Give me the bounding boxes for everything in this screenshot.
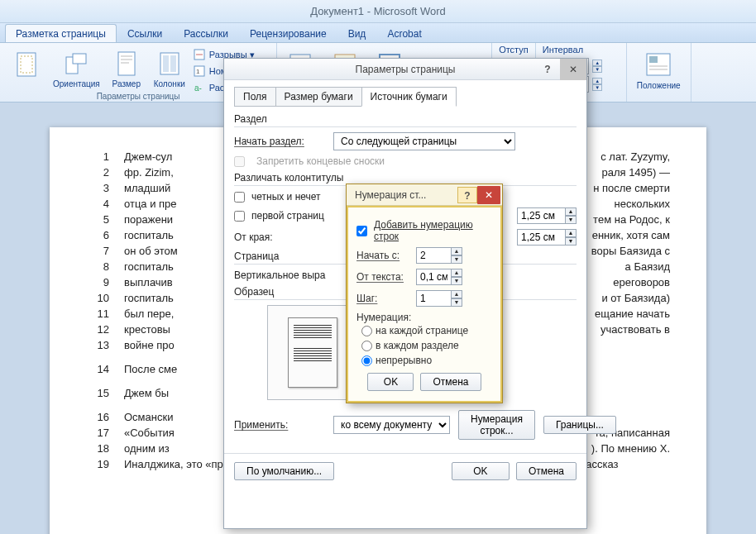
header-distance-spinner[interactable]: ▲▼ [517, 207, 577, 224]
line-numbering-ok-button[interactable]: OK [367, 373, 414, 391]
numbering-mode-label: Нумерация: [356, 312, 492, 323]
step-label: Шаг: [356, 293, 408, 304]
line-text-left: госпиталь [124, 292, 174, 304]
orientation-icon [60, 48, 93, 79]
page-setup-ok-button[interactable]: OK [452, 462, 510, 480]
borders-button[interactable]: Границы... [543, 416, 616, 434]
line-text-left: поражени [124, 213, 173, 226]
line-text-left: младший [124, 182, 170, 194]
svg-rect-3 [73, 54, 86, 64]
svg-rect-4 [118, 52, 135, 75]
start-at-spinner[interactable]: ▲▼ [416, 247, 462, 264]
svg-rect-7 [170, 55, 176, 72]
tab-layout[interactable]: Источник бумаги [361, 87, 457, 107]
line-text-right: с лат. Zyzymy, [600, 150, 670, 163]
line-numbering-help-button[interactable]: ? [457, 187, 477, 203]
spacing-before-spinner[interactable]: ▲▼ [592, 60, 602, 73]
columns-button[interactable]: Колонки [150, 46, 189, 90]
size-icon [110, 48, 143, 79]
start-section-select[interactable]: Со следующей страницы [333, 132, 515, 150]
line-numbering-cancel-button[interactable]: Отмена [420, 373, 481, 391]
line-text-left: госпиталь [124, 260, 174, 273]
line-text-right: ереговоров [613, 276, 670, 288]
add-numbering-checkbox[interactable] [356, 226, 367, 236]
line-text-left: Джем бы [124, 387, 169, 399]
from-text-input[interactable] [416, 269, 451, 285]
line-text-left: госпиталь [124, 229, 174, 241]
suppress-endnotes-label: Запретить концевые сноски [256, 155, 385, 167]
line-number: 1 [86, 150, 109, 163]
start-at-input[interactable] [416, 247, 451, 264]
orientation-button[interactable]: Ориентация [50, 46, 103, 90]
line-number: 5 [86, 213, 109, 226]
page-setup-help-button[interactable]: ? [537, 64, 558, 75]
position-button[interactable]: Положение [634, 46, 684, 92]
footer-distance-input[interactable] [517, 229, 565, 246]
first-page-checkbox[interactable] [234, 211, 245, 222]
tab-review[interactable]: Рецензирование [239, 24, 337, 42]
sample-preview [267, 305, 358, 400]
breaks-icon [193, 48, 206, 61]
page-setup-titlebar: Параметры страницы ? ✕ [224, 59, 586, 80]
page-setup-close-button[interactable]: ✕ [560, 59, 586, 80]
tab-view[interactable]: Вид [337, 24, 377, 42]
line-numbering-dialog: Нумерация ст... ? ✕ Добавить нумерацию с… [346, 184, 503, 403]
line-number: 13 [86, 339, 109, 351]
line-text-right: енник, хотя сам [592, 229, 670, 241]
radio-each-page[interactable]: на каждой странице [361, 325, 492, 336]
valign-label: Вертикальное выра [234, 269, 325, 281]
line-number: 15 [86, 387, 109, 399]
tab-margins[interactable]: Поля [234, 87, 276, 107]
radio-each-page-label: на каждой странице [376, 325, 468, 336]
line-numbering-button[interactable]: Нумерация строк... [458, 410, 535, 440]
step-spinner[interactable]: ▲▼ [416, 290, 462, 307]
tab-paper[interactable]: Размер бумаги [275, 87, 362, 107]
position-label: Положение [637, 81, 681, 90]
line-text-left: войне про [124, 339, 175, 351]
page-setup-cancel-button[interactable]: Отмена [516, 462, 577, 480]
line-number: 16 [86, 411, 109, 423]
svg-rect-17 [649, 56, 658, 63]
radio-continuous[interactable]: непрерывно [361, 355, 492, 366]
line-number: 14 [86, 363, 109, 375]
tab-page-layout[interactable]: Разметка страницы [5, 24, 117, 42]
tab-acrobat[interactable]: Acrobat [376, 24, 432, 42]
spacing-after-spinner[interactable]: ▲▼ [592, 78, 602, 91]
ribbon-tabs: Разметка страницы Ссылки Рассылки Реценз… [0, 23, 756, 43]
tab-mailings[interactable]: Рассылки [173, 24, 239, 42]
line-text-left: отца и пре [124, 198, 177, 210]
footer-distance-spinner[interactable]: ▲▼ [517, 229, 577, 246]
margins-button[interactable] [7, 46, 46, 90]
from-text-spinner[interactable]: ▲▼ [416, 269, 462, 285]
header-distance-input[interactable] [517, 207, 565, 224]
odd-even-label: четных и нечет [251, 191, 321, 203]
radio-each-section-label: в каждом разделе [376, 340, 459, 351]
start-section-label: Начать раздел: [234, 136, 325, 147]
window-title: Документ1 - Microsoft Word [0, 0, 756, 23]
tab-references[interactable]: Ссылки [117, 24, 173, 42]
default-button[interactable]: По умолчанию... [234, 462, 334, 480]
line-text-left: выплачив [124, 276, 173, 288]
apply-to-select[interactable]: ко всему документу [333, 416, 450, 434]
line-text-right: раля 1495) — [601, 166, 670, 179]
line-text-right: н после смерти [593, 182, 670, 194]
size-button[interactable]: Размер [107, 46, 146, 90]
add-numbering-label: Добавить нумерацию строк [374, 219, 492, 242]
line-number: 18 [86, 442, 109, 455]
line-text-right: а Баязид [625, 260, 670, 273]
line-text-right: нескольких [615, 198, 671, 210]
step-input[interactable] [416, 290, 451, 307]
line-text-left: крестовы [124, 323, 170, 336]
spacing-header: Интервал [543, 45, 620, 55]
line-numbering-close-button[interactable]: ✕ [477, 186, 500, 204]
orientation-label: Ориентация [53, 79, 100, 88]
radio-each-section[interactable]: в каждом разделе [361, 340, 492, 351]
line-number: 4 [86, 198, 109, 210]
line-text-right: воры Баязида с [591, 245, 670, 257]
svg-text:1: 1 [196, 68, 200, 75]
line-number: 3 [86, 182, 109, 194]
page-setup-title: Параметры страницы [356, 64, 456, 75]
line-text-right: ). По мнению Х. [591, 442, 670, 455]
line-text-right: и от Баязида) [601, 292, 670, 304]
odd-even-checkbox[interactable] [234, 192, 245, 203]
